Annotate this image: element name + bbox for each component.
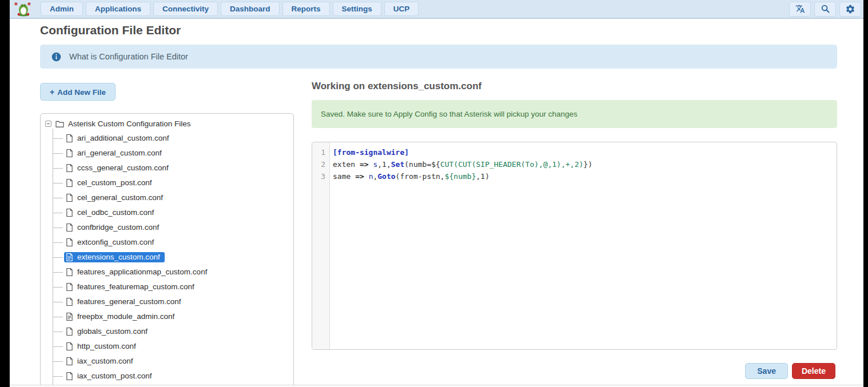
svg-text:*: * [14, 1, 18, 10]
tree-item-node[interactable]: cel_odbc_custom.conf [64, 208, 158, 218]
tree-item-node[interactable]: ari_additional_custom.conf [64, 133, 174, 143]
tree-item-node[interactable]: confbridge_custom.conf [64, 222, 164, 233]
line-number-gutter: 123 [312, 142, 330, 349]
tree-item: ari_general_custom.conf [45, 146, 289, 161]
nav-item-applications[interactable]: Applications [86, 2, 150, 16]
tree-item-node[interactable]: features_applicationmap_custom.conf [64, 267, 212, 277]
language-icon [795, 4, 805, 14]
tree-item-node[interactable]: iax_custom.conf [64, 356, 138, 366]
tree-item-label: extconfig_custom.conf [77, 238, 154, 246]
tree-item-node[interactable]: extconfig_custom.conf [64, 237, 158, 248]
line-number: 2 [312, 158, 325, 170]
search-icon [821, 4, 830, 14]
tree-item-node[interactable]: http_custom.conf [64, 341, 141, 352]
tree-item-node[interactable]: features_featuremap_custom.conf [64, 282, 199, 292]
file-icon [66, 149, 73, 157]
tree-item: cel_odbc_custom.conf [45, 205, 289, 220]
tree-item: cel_custom_post.conf [45, 175, 289, 190]
tree-item-node[interactable]: cel_general_custom.conf [64, 193, 168, 203]
tree-root-label: Asterisk Custom Configuration Files [68, 119, 191, 128]
freepbx-logo[interactable]: * * [14, 1, 33, 17]
tree-item: iax_custom_post.conf [45, 369, 289, 384]
tree-item-label: ari_additional_custom.conf [77, 134, 169, 142]
tree-item: cel_general_custom.conf [45, 190, 289, 205]
tree-item-label: features_general_custom.conf [77, 297, 181, 306]
file-lines-icon [66, 253, 73, 261]
nav-menu: AdminApplicationsConnectivityDashboardRe… [41, 2, 421, 16]
nav-right-icons [789, 2, 861, 17]
search-button[interactable] [814, 2, 836, 17]
file-icon [66, 268, 73, 276]
add-new-file-button[interactable]: +Add New File [40, 83, 116, 101]
tree-item: features_applicationmap_custom.conf [45, 265, 289, 280]
tree-item: extensions_custom.conf [45, 250, 289, 265]
tree-item-node[interactable]: extensions_custom.conf [64, 252, 165, 262]
line-number: 3 [312, 170, 325, 182]
file-icon [66, 342, 73, 350]
working-on-heading: Working on extensions_custom.conf [312, 81, 481, 92]
plus-icon: + [50, 87, 54, 97]
tree-item: ari_additional_custom.conf [45, 131, 289, 146]
file-icon [66, 163, 73, 172]
nav-item-reports[interactable]: Reports [282, 2, 330, 16]
page-content: Configuration File Editor What is Config… [10, 19, 863, 387]
tree-item-label: extensions_custom.conf [77, 253, 160, 261]
tree-item-label: cel_custom_post.conf [77, 178, 152, 187]
collapse-icon[interactable] [45, 121, 51, 127]
file-icon [66, 297, 73, 306]
nav-item-dashboard[interactable]: Dashboard [221, 2, 280, 16]
tree-item: ccss_general_custom.conf [45, 161, 289, 175]
tree-item-label: features_applicationmap_custom.conf [77, 268, 207, 276]
tree-item: features_featuremap_custom.conf [45, 280, 289, 294]
file-icon [66, 357, 73, 365]
file-icon [66, 372, 73, 380]
tree-item-label: cel_odbc_custom.conf [77, 208, 154, 217]
success-alert: Saved. Make sure to Apply Config so that… [312, 100, 837, 128]
nav-item-connectivity[interactable]: Connectivity [153, 2, 218, 16]
gear-icon [845, 4, 855, 14]
tree-item-node[interactable]: ari_general_custom.conf [64, 148, 166, 158]
svg-text:*: * [27, 1, 31, 10]
tree-item-node[interactable]: ccss_general_custom.conf [64, 163, 173, 173]
info-alert[interactable]: What is Configuration File Editor [40, 45, 837, 69]
tree-item-label: features_featuremap_custom.conf [77, 282, 194, 291]
save-button[interactable]: Save [745, 363, 788, 379]
file-icon [66, 208, 73, 217]
tree-item-label: freepbx_module_admin.conf [77, 312, 174, 321]
settings-button[interactable] [839, 2, 861, 17]
tree-item-label: confbridge_custom.conf [77, 223, 159, 232]
nav-item-admin[interactable]: Admin [41, 2, 83, 16]
code-line: exten => s,1,Set(numb=${CUT(CUT(SIP_HEAD… [333, 158, 837, 170]
tree-item-label: iax_custom.conf [77, 357, 133, 365]
tree-item: features_general_custom.conf [45, 294, 289, 309]
file-icon [66, 178, 73, 187]
file-tree-panel: Asterisk Custom Configuration Files ari_… [40, 113, 294, 387]
tree-item: globals_custom.conf [45, 324, 289, 339]
nav-item-settings[interactable]: Settings [333, 2, 381, 16]
tree-item-node[interactable]: globals_custom.conf [64, 326, 152, 337]
language-button[interactable] [789, 2, 811, 17]
editor-actions: Save Delete [312, 363, 835, 379]
tree-item-label: ccss_general_custom.conf [77, 163, 169, 172]
tree-item: freepbx_module_admin.conf [45, 309, 289, 324]
code-area[interactable]: [from-signalwire]exten => s,1,Set(numb=$… [330, 142, 837, 349]
delete-button[interactable]: Delete [792, 363, 835, 379]
tree-item-node[interactable]: freepbx_module_admin.conf [64, 312, 179, 322]
tree-item-node[interactable]: features_general_custom.conf [64, 297, 186, 307]
page-title: Configuration File Editor [40, 23, 181, 37]
line-number: 1 [312, 146, 325, 158]
file-tree: ari_additional_custom.confari_general_cu… [45, 131, 289, 387]
tree-item: confbridge_custom.conf [45, 220, 289, 235]
success-alert-text: Saved. Make sure to Apply Config so that… [321, 110, 578, 118]
info-icon [51, 52, 61, 62]
code-editor: 123 [from-signalwire]exten => s,1,Set(nu… [312, 142, 837, 350]
nav-item-ucp[interactable]: UCP [384, 2, 419, 16]
code-line: [from-signalwire] [333, 146, 837, 158]
tree-item: http_custom.conf [45, 339, 289, 354]
file-icon [66, 327, 73, 336]
tree-item-node[interactable]: cel_custom_post.conf [64, 178, 157, 188]
tree-item-label: http_custom.conf [77, 342, 136, 350]
tree-root[interactable]: Asterisk Custom Configuration Files [45, 116, 289, 131]
tree-item-node[interactable]: iax_custom_post.conf [64, 371, 157, 381]
tree-item-label: iax_custom_post.conf [77, 372, 152, 380]
